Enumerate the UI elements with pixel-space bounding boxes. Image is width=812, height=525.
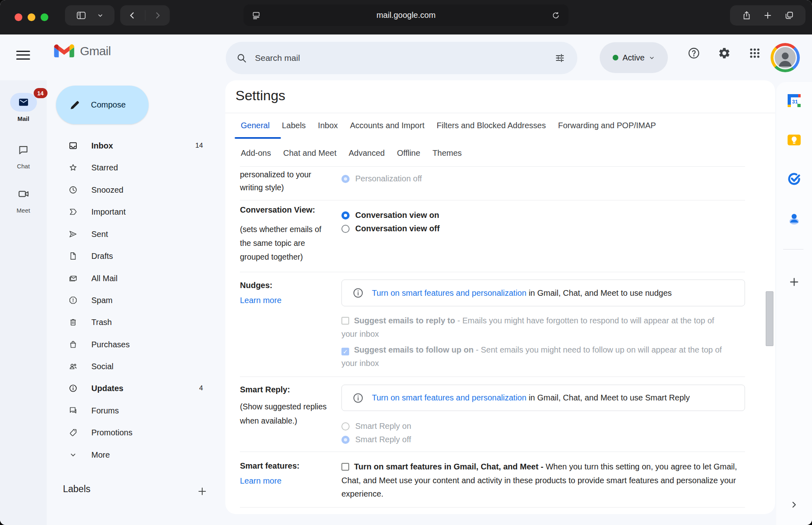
back-icon[interactable]: [128, 11, 137, 20]
tab-overview-icon[interactable]: [784, 11, 794, 20]
rail-label-mail: Mail: [0, 115, 47, 122]
sidebar-item-label: Snoozed: [91, 185, 123, 195]
smart-features-setting: Turn on smart features in Gmail, Chat, a…: [341, 460, 741, 501]
sidebar-item-important[interactable]: Important: [49, 201, 208, 223]
sidebar-item-label: Spam: [91, 296, 112, 305]
rail-item-mail[interactable]: 14 Mail: [0, 93, 47, 122]
conversation-view-on-option[interactable]: Conversation view on: [341, 209, 439, 222]
turn-on-smart-features-link[interactable]: Turn on smart features and personalizati…: [372, 393, 527, 402]
sidebar-item-purchases[interactable]: Purchases: [49, 334, 208, 355]
smart-reply-on-label: Smart Reply on: [355, 422, 411, 431]
people-icon: [68, 361, 78, 371]
browser-window: mail.google.com: [0, 0, 812, 525]
mail-icon: [18, 97, 29, 108]
checkbox-turn-on-smart-features[interactable]: [341, 463, 349, 471]
tab-labels[interactable]: Labels: [282, 121, 306, 130]
window-zoom-button[interactable]: [41, 13, 48, 21]
tab-themes[interactable]: Themes: [432, 148, 462, 158]
nudges-learn-more-link[interactable]: Learn more: [240, 296, 281, 305]
share-icon[interactable]: [742, 11, 752, 20]
sidebar-item-starred[interactable]: Starred: [49, 157, 208, 179]
tab-advanced[interactable]: Advanced: [349, 148, 385, 158]
forum-icon: [68, 406, 78, 415]
get-addons-plus-icon[interactable]: [784, 272, 804, 292]
tab-accounts-and-import[interactable]: Accounts and Import: [350, 121, 424, 130]
turn-on-smart-features-link[interactable]: Turn on smart features and personalizati…: [372, 288, 527, 297]
tab-general[interactable]: General: [241, 121, 270, 130]
address-bar[interactable]: mail.google.com: [244, 4, 568, 26]
smart-reply-label: Smart Reply:: [240, 385, 290, 394]
sidebar-item-all-mail[interactable]: All Mail: [49, 267, 208, 289]
gmail-m-icon: [54, 43, 74, 59]
rail-item-meet[interactable]: Meet: [0, 185, 47, 214]
smart-reply-sublabel: (Show suggested replies when available.): [240, 400, 327, 428]
window-minimize-button[interactable]: [28, 13, 35, 21]
row-divider: [240, 452, 745, 452]
nudges-label: Nudges:: [240, 281, 272, 290]
sidebar-toggle-group: [65, 5, 114, 26]
contacts-icon[interactable]: [784, 209, 804, 228]
sidebar-item-forums[interactable]: Forums: [49, 400, 208, 422]
rail-label-chat: Chat: [0, 163, 47, 170]
forward-icon[interactable]: [153, 11, 162, 20]
sidebar-item-inbox[interactable]: Inbox 14: [49, 135, 208, 157]
sidebar-chevron-down-icon[interactable]: [97, 12, 104, 19]
radio-conversation-view-on[interactable]: [341, 211, 350, 219]
google-apps-grid-icon[interactable]: [746, 44, 764, 62]
sidebar-item-social[interactable]: Social: [49, 355, 208, 377]
reload-icon[interactable]: [551, 11, 560, 20]
settings-gear-icon[interactable]: [715, 44, 733, 62]
conversation-view-label: Conversation View:: [240, 205, 315, 215]
search-icon[interactable]: [236, 53, 247, 63]
browser-toolbar: mail.google.com: [0, 0, 812, 34]
url-text[interactable]: mail.google.com: [261, 11, 551, 20]
tab-inbox[interactable]: Inbox: [318, 121, 338, 130]
keep-icon[interactable]: [784, 130, 804, 150]
create-label-plus-icon[interactable]: [197, 486, 208, 497]
sidebar-item-promotions[interactable]: Promotions: [49, 422, 208, 443]
tab-chat-and-meet[interactable]: Chat and Meet: [283, 148, 337, 158]
search-options-icon[interactable]: [555, 53, 565, 63]
info-circle-icon: [352, 287, 364, 299]
sidebar-item-trash[interactable]: Trash: [49, 311, 208, 333]
tasks-icon[interactable]: [784, 169, 804, 188]
scrollbar-thumb[interactable]: [766, 291, 773, 346]
show-side-panel-icon[interactable]: [784, 495, 804, 514]
svg-text:31: 31: [792, 99, 798, 105]
sidebar-item-snoozed[interactable]: Snoozed: [49, 179, 208, 201]
browser-sidebar-icon[interactable]: [76, 10, 86, 21]
page-format-icon[interactable]: [252, 11, 261, 20]
rail-item-chat[interactable]: Chat: [0, 140, 47, 170]
account-avatar[interactable]: [771, 43, 800, 72]
main-menu-icon[interactable]: [16, 48, 30, 62]
help-icon[interactable]: [685, 44, 703, 62]
conversation-view-off-option[interactable]: Conversation view off: [341, 222, 440, 235]
avatar-photo: [773, 46, 797, 69]
row-divider: [240, 272, 745, 272]
search-input[interactable]: [255, 53, 555, 63]
tab-add-ons[interactable]: Add-ons: [241, 148, 271, 158]
new-tab-icon[interactable]: [763, 11, 773, 20]
all-mail-icon: [68, 273, 78, 283]
sidebar-item-drafts[interactable]: Drafts: [49, 245, 208, 267]
status-selector[interactable]: Active: [600, 42, 668, 73]
sidebar-item-updates[interactable]: Updates 4: [49, 377, 208, 399]
sidebar-item-spam[interactable]: Spam: [49, 289, 208, 311]
sidebar-item-label: Updates: [91, 384, 123, 393]
calendar-icon[interactable]: 31: [784, 91, 804, 110]
window-close-button[interactable]: [15, 13, 22, 21]
tab-filters-and-blocked-addresses[interactable]: Filters and Blocked Addresses: [436, 121, 546, 130]
sidebar-item-label: Trash: [91, 318, 112, 327]
gmail-logo: Gmail: [54, 43, 111, 59]
tab-offline[interactable]: Offline: [397, 148, 420, 158]
sidebar-item-label: Forums: [91, 406, 119, 415]
sidebar-item-sent[interactable]: Sent: [49, 223, 208, 245]
row-divider: [240, 200, 745, 200]
smart-features-learn-more-link[interactable]: Learn more: [240, 476, 281, 486]
compose-button[interactable]: Compose: [56, 86, 149, 124]
sidebar-item-more[interactable]: More: [49, 444, 208, 466]
row-divider: [240, 377, 745, 377]
tab-forwarding-and-pop-imap[interactable]: Forwarding and POP/IMAP: [558, 121, 656, 130]
sidebar-item-label: Important: [91, 207, 125, 217]
radio-conversation-view-off[interactable]: [341, 225, 350, 233]
